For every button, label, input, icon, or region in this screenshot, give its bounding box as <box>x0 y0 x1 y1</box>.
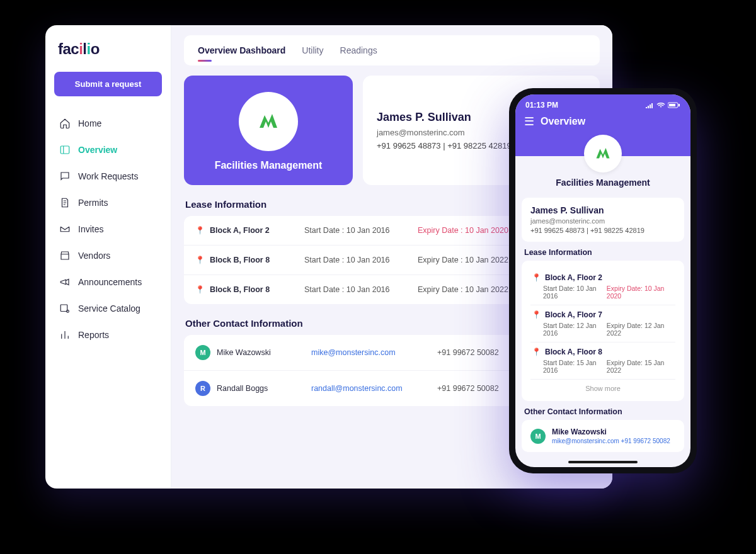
phone-lease-start: Start Date: 15 Jan 2016 <box>543 359 607 374</box>
phone-header-title: Overview <box>541 116 585 127</box>
phone-lease-card: 📍Block A, Floor 2Start Date: 10 Jan 2016… <box>522 261 684 401</box>
menu-icon[interactable]: ☰ <box>524 115 534 128</box>
megaphone-icon <box>59 276 71 288</box>
sidebar-item-vendors[interactable]: Vendors <box>54 244 162 268</box>
org-logo <box>239 92 298 151</box>
svg-rect-1 <box>60 305 67 312</box>
sidebar-item-permits[interactable]: Permits <box>54 191 162 215</box>
avatar: R <box>195 381 210 396</box>
sidebar-item-label: Reports <box>78 330 109 340</box>
phone-status-bar: 01:13 PM <box>515 94 690 110</box>
chart-icon <box>59 329 71 341</box>
sidebar-item-work-requests[interactable]: Work Requests <box>54 164 162 188</box>
svg-rect-5 <box>669 104 675 106</box>
org-title: Facilities Management <box>215 160 323 171</box>
svg-rect-6 <box>679 104 680 106</box>
show-more-button[interactable]: Show more <box>530 380 675 393</box>
home-icon <box>59 118 71 129</box>
tab-utility[interactable]: Utility <box>302 45 323 55</box>
phone-lease-title: Lease Information <box>524 248 682 257</box>
svg-rect-0 <box>60 146 69 154</box>
battery-icon <box>668 102 680 108</box>
phone-org-logo <box>584 135 622 172</box>
sidebar-item-announcements[interactable]: Announcements <box>54 270 162 294</box>
lease-start: Start Date : 10 Jan 2016 <box>304 256 418 264</box>
tabs: Overview Dashboard Utility Readings <box>184 35 600 65</box>
phone-lease-start: Start Date: 12 Jan 2016 <box>543 322 607 337</box>
sidebar-item-home[interactable]: Home <box>54 111 162 135</box>
phone-lease-expiry: Expiry Date: 10 Jan 2020 <box>607 285 674 300</box>
phone-lease-row[interactable]: 📍Block A, Floor 7Start Date: 12 Jan 2016… <box>530 305 675 342</box>
pin-icon: 📍 <box>532 310 541 319</box>
sidebar-item-service-catalog[interactable]: Service Catalog <box>54 297 162 320</box>
phone-contact-email: james@monsterinc.com <box>530 217 675 225</box>
sidebar-item-invites[interactable]: Invites <box>54 217 162 241</box>
contact-email[interactable]: randall@monstersinc.com <box>311 384 437 393</box>
phone-body: James P. Sullivan james@monsterinc.com +… <box>515 194 690 467</box>
pin-icon: 📍 <box>532 348 541 356</box>
phone-lease-location: Block A, Floor 2 <box>545 273 602 282</box>
sidebar-item-label: Permits <box>78 198 108 208</box>
sidebar-item-label: Work Requests <box>78 171 138 181</box>
tab-overview-dashboard[interactable]: Overview Dashboard <box>198 45 285 55</box>
sidebar-item-label: Invites <box>78 224 103 234</box>
sidebar: facilio Submit a request Home Overview W… <box>45 25 171 489</box>
phone-lease-start: Start Date: 10 Jan 2016 <box>543 285 607 300</box>
sidebar-item-label: Overview <box>78 145 117 155</box>
sidebar-item-label: Home <box>78 118 101 128</box>
pin-icon: 📍 <box>195 256 205 264</box>
overview-icon <box>59 144 71 155</box>
phone-lease-expiry: Expiry Date: 12 Jan 2022 <box>607 322 674 337</box>
phone-org-title: Facilities Management <box>515 178 690 188</box>
phone-lease-row[interactable]: 📍Block A, Floor 8Start Date: 15 Jan 2016… <box>530 342 675 380</box>
phone-other-card: M Mike Wazowski mike@monstersinc.com +91… <box>522 420 684 452</box>
phone-contact-card: James P. Sullivan james@monsterinc.com +… <box>522 198 684 242</box>
store-icon <box>59 250 71 261</box>
tab-readings[interactable]: Readings <box>340 45 377 55</box>
lease-location: Block B, Floor 8 <box>210 285 304 294</box>
lease-location: Block B, Floor 8 <box>210 256 304 264</box>
svg-marker-7 <box>597 148 610 159</box>
phone-other-sub: mike@monstersinc.com +91 99672 50082 <box>552 438 670 444</box>
lease-start: Start Date : 10 Jan 2016 <box>304 285 418 294</box>
avatar: M <box>195 345 210 360</box>
phone-time: 01:13 PM <box>525 101 558 110</box>
svg-point-2 <box>67 310 69 313</box>
phone-status-icons <box>645 101 680 110</box>
submit-request-button[interactable]: Submit a request <box>54 72 162 96</box>
phone-other-title: Other Contact Information <box>524 407 682 416</box>
phone-lease-row[interactable]: 📍Block A, Floor 2Start Date: 10 Jan 2016… <box>530 268 675 305</box>
phone-screen: 01:13 PM ☰ Overview Facilities Managemen… <box>515 94 690 467</box>
sidebar-item-reports[interactable]: Reports <box>54 323 162 347</box>
avatar: M <box>530 429 546 444</box>
document-icon <box>59 197 71 208</box>
phone-hero: Facilities Management <box>515 135 690 194</box>
org-card: Facilities Management <box>184 76 353 185</box>
catalog-icon <box>59 303 71 314</box>
phone-contact-phones: +91 99625 48873 | +91 98225 42819 <box>530 227 675 234</box>
phone-lease-expiry: Expiry Date: 15 Jan 2022 <box>607 359 674 374</box>
pin-icon: 📍 <box>195 285 205 294</box>
sidebar-item-label: Vendors <box>78 251 110 261</box>
phone-frame: 01:13 PM ☰ Overview Facilities Managemen… <box>509 88 697 473</box>
phone-lease-location: Block A, Floor 7 <box>545 310 602 319</box>
brand-logo: facilio <box>58 40 158 58</box>
sidebar-item-label: Service Catalog <box>78 303 140 314</box>
lease-start: Start Date : 10 Jan 2016 <box>304 226 418 235</box>
phone-contact-name: James P. Sullivan <box>530 205 675 215</box>
phone-contact-row[interactable]: M Mike Wazowski mike@monstersinc.com +91… <box>530 427 675 444</box>
signal-icon <box>645 102 654 108</box>
wifi-icon <box>656 102 665 108</box>
contact-name: Randall Boggs <box>217 384 311 393</box>
contact-email[interactable]: mike@monstersinc.com <box>311 348 437 357</box>
pin-icon: 📍 <box>195 226 205 235</box>
sidebar-item-label: Announcements <box>78 277 142 287</box>
svg-marker-3 <box>260 114 277 128</box>
sidebar-item-overview[interactable]: Overview <box>54 138 162 162</box>
chat-icon <box>59 171 71 182</box>
phone-other-name: Mike Wazowski <box>552 427 670 436</box>
sidebar-nav: Home Overview Work Requests Permits Invi… <box>54 111 162 347</box>
pin-icon: 📍 <box>532 273 541 282</box>
home-indicator[interactable] <box>568 461 638 463</box>
contact-name: Mike Wazowski <box>217 348 311 357</box>
